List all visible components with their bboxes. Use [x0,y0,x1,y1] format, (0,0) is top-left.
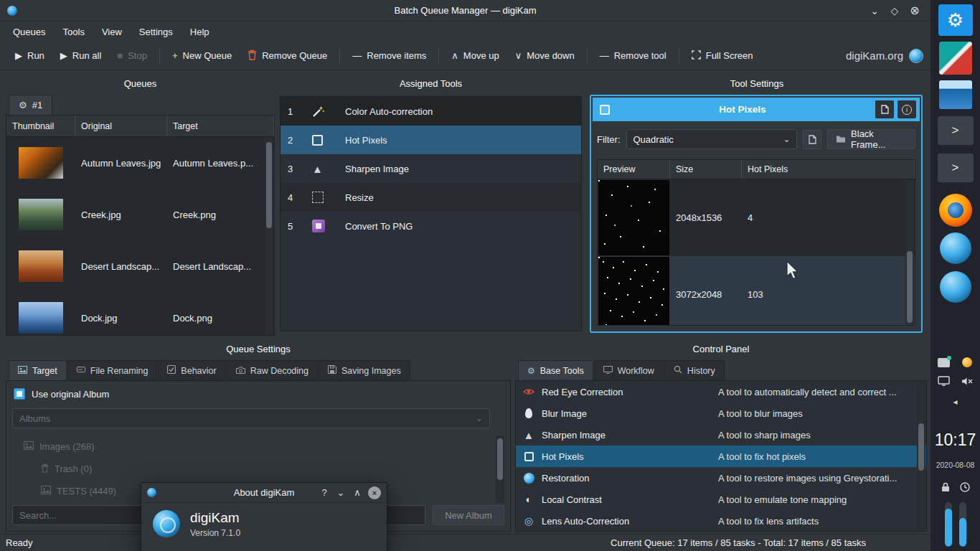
tab-target[interactable]: Target [9,360,67,380]
column-header-size[interactable]: Size [670,160,742,179]
remove-tool-button[interactable]: — Remove tool [592,46,674,65]
tab-behavior[interactable]: Behavior [158,360,225,380]
use-original-album-checkbox[interactable] [14,388,25,400]
pattern-file-button[interactable] [803,130,821,149]
tab-file-renaming[interactable]: File Renaming [67,360,158,380]
column-header-preview[interactable]: Preview [598,160,670,179]
remove-items-button[interactable]: — Remove items [344,46,434,65]
scrollbar-thumb[interactable] [918,423,924,471]
tool-enabled-checkbox[interactable] [600,105,610,115]
tab-label: Base Tools [540,366,584,376]
column-header-thumbnail[interactable]: Thumbnail [6,116,75,136]
about-dialog-titlebar[interactable]: About digiKam ? ⌄ ∧ × [141,483,387,503]
stop-button[interactable]: ■ Stop [109,46,155,65]
remove-queue-button[interactable]: Remove Queue [240,45,335,66]
black-frame-button[interactable]: Black Frame... [827,129,915,149]
assigned-tool-row-selected[interactable]: 2 Hot Pixels [281,126,581,154]
menu-help[interactable]: Help [182,24,218,40]
queue-item-row[interactable]: Creek.jpg Creek.png [6,189,274,240]
menu-tools[interactable]: Tools [55,24,93,40]
dialog-help-button[interactable]: ? [319,487,330,498]
assigned-tool-row[interactable]: 3 ▲ Sharpen Image [281,154,581,183]
menu-view[interactable]: View [93,24,131,40]
assigned-tool-row[interactable]: 5 Convert To PNG [281,212,581,240]
lock-icon[interactable] [941,482,950,494]
queue-item-row[interactable]: Dock.jpg Dock.png [6,292,274,336]
display-tray-icon[interactable] [938,376,950,388]
paint-app-icon[interactable] [939,42,972,75]
menu-queues[interactable]: Queues [4,24,55,40]
meter-bar[interactable] [959,502,966,547]
move-down-button[interactable]: ∨ Move down [507,46,583,65]
assigned-tool-row[interactable]: 4 Resize [281,183,581,212]
run-all-button[interactable]: ▶ Run all [52,46,109,65]
window-app-icon[interactable] [939,80,972,109]
assigned-tool-row[interactable]: 1 Color Auto-correction [281,97,581,126]
use-original-album-row[interactable]: Use original Album [14,388,510,400]
printer-tray-icon[interactable] [938,358,950,367]
tool-list-item[interactable]: ▲ Sharpen Image A tool to sharp images [516,424,926,446]
tab-base-tools[interactable]: ⚙ Base Tools [518,360,593,380]
panel-expand-button[interactable]: > [938,154,974,182]
column-header-original[interactable]: Original [75,116,167,136]
albums-combobox[interactable]: Albums ⌄ [12,408,490,428]
tool-list-item[interactable]: Red Eye Correction A tool to automatical… [516,381,926,402]
kde-launcher-button[interactable]: ⚙ [938,4,973,36]
tab-raw-decoding[interactable]: Raw Decoding [227,360,318,380]
scrollbar-thumb[interactable] [497,438,503,480]
dialog-close-button[interactable]: × [368,486,381,499]
tab-history[interactable]: History [664,360,725,380]
tab-saving-images[interactable]: Saving Images [319,360,410,380]
logout-clock-icon[interactable] [960,482,970,494]
dialog-shade-button[interactable]: ⌄ [335,487,347,498]
queue-item-row[interactable]: Desert Landscap... Desert Landscap... [6,240,274,292]
tool-help-button[interactable]: i [897,100,916,118]
new-queue-button[interactable]: + New Queue [164,46,240,65]
run-button[interactable]: ▶ Run [7,46,52,65]
queue-tab-1[interactable]: ⚙ #1 [9,95,52,115]
color-profile-tray-icon[interactable] [962,357,972,367]
clock-time[interactable]: 10:17 [935,430,976,450]
menu-settings[interactable]: Settings [131,24,182,40]
move-up-button[interactable]: ∧ Move up [443,46,507,65]
dialog-unshade-button[interactable]: ∧ [352,487,363,498]
panel-expand-button[interactable]: > [938,116,974,145]
meter-bar[interactable] [945,502,952,547]
scrollbar-thumb[interactable] [266,142,272,228]
window-close-button[interactable]: ⊗ [905,4,925,17]
digikam-org-link[interactable]: digiKam.org [846,50,903,62]
column-header-target[interactable]: Target [167,116,274,136]
clock-date[interactable]: 2020-08-08 [936,461,975,469]
tree-item-images[interactable]: Images (268) [12,435,490,458]
column-header-hot-pixels[interactable]: Hot Pixels [742,160,915,179]
queue-item-row[interactable]: Autumn Leaves.jpg Autumn Leaves.p... [6,137,274,189]
tab-workflow[interactable]: Workflow [594,360,664,380]
tool-list-item-selected[interactable]: Hot Pixels A tool to fix hot pixels [516,446,926,467]
tool-list-item[interactable]: ◐ Local Contrast A tool to emulate tone … [516,489,926,510]
control-panel-scrollbar[interactable] [917,382,925,530]
digikam-taskbar-icon[interactable] [940,271,971,303]
tree-item-trash[interactable]: Trash (0) [12,458,490,480]
tool-defaults-button[interactable] [875,100,894,118]
digikam-taskbar-icon[interactable] [940,232,971,264]
tool-settings-scrollbar[interactable] [905,180,914,324]
tool-list-item[interactable]: Restoration A tool to restore images usi… [516,467,926,489]
panel-hide-arrow-icon[interactable]: ◂ [953,397,957,407]
tool-list-item[interactable]: ◎ Lens Auto-Correction A tool to fix len… [516,510,926,532]
queues-scrollbar[interactable] [265,138,273,334]
window-maximize-button[interactable]: ◇ [885,5,905,17]
full-screen-button[interactable]: Full Screen [684,46,761,65]
tool-settings-frame: Hot Pixels i Filter: Quadratic ⌄ Black F… [590,95,923,333]
scrollbar-thumb[interactable] [907,251,913,323]
albums-scrollbar[interactable] [496,435,504,503]
window-shade-button[interactable]: ⌄ [864,5,885,17]
filter-combobox[interactable]: Quadratic ⌄ [626,129,798,149]
black-frame-row[interactable]: 3072x2048 103 [598,256,915,326]
tool-name: Blur Image [542,408,718,419]
black-frame-row[interactable]: 2048x1536 4 [598,179,915,256]
firefox-icon[interactable] [939,194,972,227]
new-album-button[interactable]: New Album [433,505,504,525]
titlebar[interactable]: Batch Queue Manager — digiKam ⌄ ◇ ⊗ [0,0,930,22]
tool-list-item[interactable]: Blur Image A tool to blur images [516,402,926,424]
volume-muted-tray-icon[interactable] [961,377,973,388]
